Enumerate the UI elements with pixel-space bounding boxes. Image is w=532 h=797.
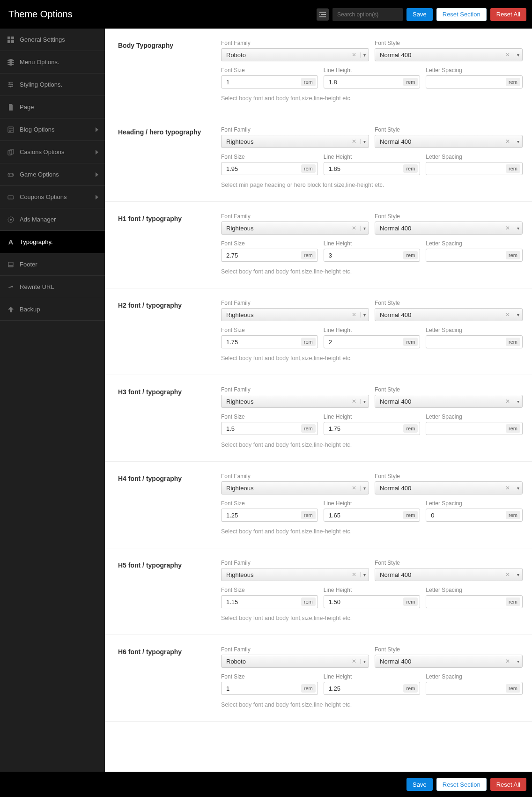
chevron-down-icon[interactable]: ▾	[360, 659, 366, 664]
font-size-field[interactable]	[225, 685, 301, 693]
sidebar-item-backup[interactable]: Backup	[0, 298, 105, 321]
letter-spacing-input[interactable]: rem	[426, 682, 523, 695]
font-size-input[interactable]: rem	[221, 162, 318, 175]
font-size-field[interactable]	[225, 598, 301, 606]
font-family-select[interactable]: Righteous ✕ ▾	[221, 221, 369, 235]
font-size-input[interactable]: rem	[221, 509, 318, 522]
letter-spacing-field[interactable]	[430, 511, 506, 519]
font-style-select[interactable]: Normal 400 ✕ ▾	[375, 568, 523, 581]
clear-icon[interactable]: ✕	[503, 658, 512, 664]
chevron-down-icon[interactable]: ▾	[514, 139, 519, 144]
chevron-down-icon[interactable]: ▾	[514, 572, 519, 577]
sidebar-item-rewrite-url[interactable]: Rewrite URL	[0, 276, 105, 298]
font-family-select[interactable]: Righteous ✕ ▾	[221, 135, 369, 148]
letter-spacing-input[interactable]: rem	[426, 75, 523, 89]
clear-icon[interactable]: ✕	[350, 311, 358, 318]
line-height-field[interactable]	[328, 78, 404, 86]
line-height-input[interactable]: rem	[324, 682, 421, 695]
letter-spacing-field[interactable]	[430, 78, 506, 86]
chevron-down-icon[interactable]: ▾	[360, 399, 366, 404]
sidebar-item-coupons-options[interactable]: Coupons Options	[0, 186, 105, 208]
chevron-down-icon[interactable]: ▾	[514, 312, 519, 317]
reset-section-button[interactable]: Reset Section	[436, 8, 487, 21]
line-height-input[interactable]: rem	[324, 75, 421, 89]
clear-icon[interactable]: ✕	[350, 398, 358, 405]
font-size-field[interactable]	[225, 425, 301, 433]
clear-icon[interactable]: ✕	[503, 311, 512, 318]
sidebar-item-styling-options[interactable]: Styling Options.	[0, 74, 105, 96]
sidebar-item-game-options[interactable]: Game Options	[0, 163, 105, 186]
line-height-field[interactable]	[328, 425, 404, 433]
chevron-down-icon[interactable]: ▾	[360, 52, 366, 58]
clear-icon[interactable]: ✕	[350, 52, 358, 58]
sidebar-item-ads-manager[interactable]: Ads Manager	[0, 208, 105, 231]
letter-spacing-input[interactable]: rem	[426, 422, 523, 435]
letter-spacing-field[interactable]	[430, 685, 506, 693]
clear-icon[interactable]: ✕	[350, 138, 358, 145]
line-height-input[interactable]: rem	[324, 162, 421, 175]
chevron-down-icon[interactable]: ▾	[360, 572, 366, 577]
line-height-field[interactable]	[328, 165, 404, 173]
footer-reset-section-button[interactable]: Reset Section	[436, 778, 487, 791]
clear-icon[interactable]: ✕	[503, 485, 512, 491]
line-height-input[interactable]: rem	[324, 422, 421, 435]
font-style-select[interactable]: Normal 400 ✕ ▾	[375, 221, 523, 235]
chevron-down-icon[interactable]: ▾	[360, 312, 366, 317]
footer-reset-all-button[interactable]: Reset All	[490, 778, 526, 791]
line-height-field[interactable]	[328, 338, 404, 346]
line-height-field[interactable]	[328, 511, 404, 519]
sidebar-item-general-settings[interactable]: General Settings	[0, 29, 105, 51]
font-size-input[interactable]: rem	[221, 422, 318, 435]
clear-icon[interactable]: ✕	[350, 658, 358, 664]
chevron-down-icon[interactable]: ▾	[360, 226, 366, 231]
letter-spacing-input[interactable]: rem	[426, 249, 523, 262]
chevron-down-icon[interactable]: ▾	[514, 659, 519, 664]
font-size-input[interactable]: rem	[221, 335, 318, 348]
chevron-down-icon[interactable]: ▾	[360, 139, 366, 144]
letter-spacing-field[interactable]	[430, 165, 506, 173]
line-height-field[interactable]	[328, 598, 404, 606]
clear-icon[interactable]: ✕	[350, 571, 358, 578]
font-family-select[interactable]: Righteous ✕ ▾	[221, 568, 369, 581]
font-size-field[interactable]	[225, 78, 301, 86]
font-size-input[interactable]: rem	[221, 595, 318, 608]
expand-icon[interactable]	[317, 8, 329, 21]
chevron-down-icon[interactable]: ▾	[514, 486, 519, 491]
font-family-select[interactable]: Roboto ✕ ▾	[221, 48, 369, 61]
font-style-select[interactable]: Normal 400 ✕ ▾	[375, 395, 523, 408]
clear-icon[interactable]: ✕	[503, 571, 512, 578]
chevron-down-icon[interactable]: ▾	[360, 486, 366, 491]
line-height-input[interactable]: rem	[324, 509, 421, 522]
letter-spacing-input[interactable]: rem	[426, 335, 523, 348]
font-style-select[interactable]: Normal 400 ✕ ▾	[375, 48, 523, 61]
font-size-field[interactable]	[225, 251, 301, 259]
sidebar-item-footer[interactable]: Footer	[0, 253, 105, 276]
clear-icon[interactable]: ✕	[503, 52, 512, 58]
font-style-select[interactable]: Normal 400 ✕ ▾	[375, 655, 523, 668]
line-height-input[interactable]: rem	[324, 249, 421, 262]
font-size-field[interactable]	[225, 165, 301, 173]
letter-spacing-field[interactable]	[430, 251, 506, 259]
sidebar-item-typography[interactable]: Typography.	[0, 231, 105, 253]
font-style-select[interactable]: Normal 400 ✕ ▾	[375, 481, 523, 494]
letter-spacing-input[interactable]: rem	[426, 595, 523, 608]
letter-spacing-field[interactable]	[430, 598, 506, 606]
save-button[interactable]: Save	[406, 8, 433, 21]
font-style-select[interactable]: Normal 400 ✕ ▾	[375, 308, 523, 321]
clear-icon[interactable]: ✕	[350, 485, 358, 491]
font-family-select[interactable]: Righteous ✕ ▾	[221, 481, 369, 494]
line-height-field[interactable]	[328, 685, 404, 693]
chevron-down-icon[interactable]: ▾	[514, 399, 519, 404]
clear-icon[interactable]: ✕	[503, 398, 512, 405]
clear-icon[interactable]: ✕	[350, 225, 358, 231]
font-size-field[interactable]	[225, 338, 301, 346]
font-size-input[interactable]: rem	[221, 249, 318, 262]
line-height-input[interactable]: rem	[324, 595, 421, 608]
letter-spacing-field[interactable]	[430, 338, 506, 346]
font-family-select[interactable]: Righteous ✕ ▾	[221, 395, 369, 408]
sidebar-item-page[interactable]: Page	[0, 96, 105, 118]
clear-icon[interactable]: ✕	[503, 138, 512, 145]
clear-icon[interactable]: ✕	[503, 225, 512, 231]
font-size-input[interactable]: rem	[221, 682, 318, 695]
letter-spacing-field[interactable]	[430, 425, 506, 433]
